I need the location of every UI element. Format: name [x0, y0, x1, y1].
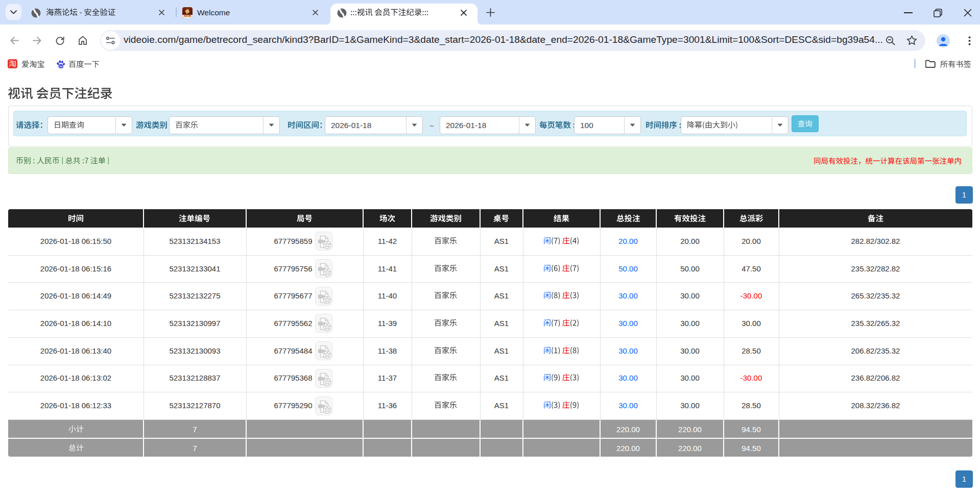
svg-text:du: du — [59, 65, 63, 68]
